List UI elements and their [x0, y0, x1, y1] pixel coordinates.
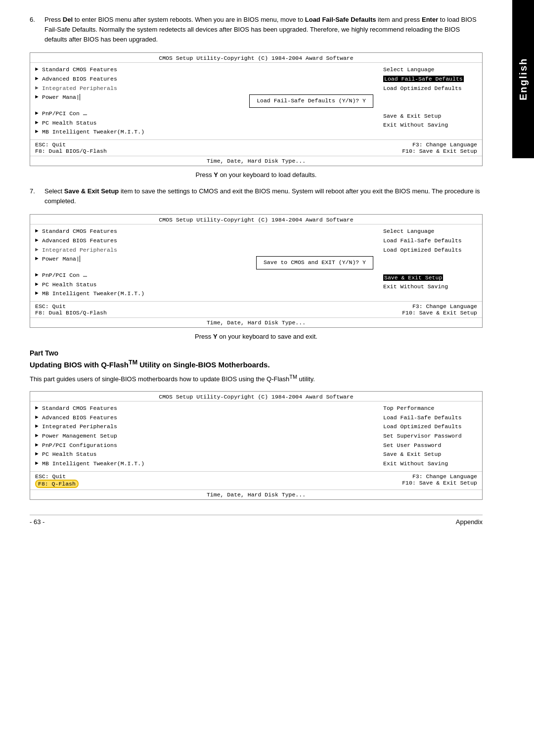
bios2-row-5: ► PnP/PCI Con — [35, 271, 373, 280]
arrow-icon: ► — [35, 432, 42, 440]
bios3-esc-quit: ESC: Quit — [35, 473, 66, 480]
arrow-icon: ► — [35, 442, 42, 449]
bios-title-2: CMOS Setup Utility-Copyright (C) 1984-20… — [30, 215, 482, 224]
bios3-row-3: ► Integrated Peripherals — [35, 423, 373, 431]
bios-esc-quit: ESC: Quit — [35, 141, 66, 148]
bios2-right-optimized: Load Optimized Defaults — [383, 246, 477, 255]
bios-right-save: Save & Exit Setup — [383, 112, 477, 121]
bios-f8: F8: Dual BIOS/Q-Flash — [35, 148, 107, 154]
bios3-row-5: ► PnP/PCI Configurations — [35, 442, 373, 450]
bios-left-panel-2: ► Standard CMOS Features ► Advanced BIOS… — [35, 227, 378, 299]
bios3-right-top: Top Performance — [383, 404, 477, 413]
bios-title-3: CMOS Setup Utility-Copyright (C) 1984-20… — [30, 392, 482, 401]
bios3-item-standard: Standard CMOS Features — [42, 404, 373, 413]
step-7-text: Select Save & Exit Setup item to save th… — [44, 186, 483, 206]
arrow-icon: ► — [35, 66, 42, 74]
bios-right-panel-2: Select Language Load Fail-Safe Defaults … — [378, 227, 477, 299]
bios-row-2: ► Advanced BIOS Features — [35, 75, 373, 84]
arrow-icon: ► — [35, 227, 42, 235]
arrow-icon: ► — [35, 93, 42, 101]
bios3-f3: F3: Change Language — [412, 473, 477, 480]
save-exit-label: Save & Exit Setup — [64, 187, 119, 195]
bios-footer-1: ESC: Quit F3: Change Language F8: Dual B… — [30, 139, 482, 156]
bios2-row-2: ► Advanced BIOS Features — [35, 237, 373, 245]
step-6: 6. Press Del to enter BIOS menu after sy… — [30, 15, 483, 44]
bios2-item-mit: MB Intelligent Tweaker(M.I.T.) — [42, 290, 373, 298]
step-6-text: Press Del to enter BIOS menu after syste… — [44, 15, 483, 44]
arrow-icon: ► — [35, 414, 42, 422]
bios-item-power: Power Mana| — [42, 93, 239, 102]
arrow-icon: ► — [35, 290, 42, 298]
bios3-row-7: ► MB Intelligent Tweaker(M.I.T.) — [35, 460, 373, 468]
bios-item-standard: Standard CMOS Features — [42, 66, 373, 74]
bios-left-panel-1: ► Standard CMOS Features ► Advanced BIOS… — [35, 66, 378, 137]
arrow-icon: ► — [35, 460, 42, 468]
bios2-right-select: Select Language — [383, 227, 477, 236]
bios-item-mit: MB Intelligent Tweaker(M.I.T.) — [42, 128, 373, 136]
bios3-right-save: Save & Exit Setup — [383, 450, 477, 459]
bios2-esc-quit: ESC: Quit — [35, 303, 66, 310]
step-7: 7. Select Save & Exit Setup item to save… — [30, 186, 483, 206]
step-7-number: 7. — [30, 186, 44, 206]
arrow-icon: ► — [35, 271, 42, 279]
bios2-row-7: ► MB Intelligent Tweaker(M.I.T.) — [35, 290, 373, 298]
bios2-right-exit: Exit Without Saving — [383, 283, 477, 291]
bios3-right-user: Set User Password — [383, 442, 477, 450]
load-failsafe-label: Load Fail-Safe Defaults — [305, 16, 376, 23]
bios2-right-save: Save & Exit Setup — [383, 274, 477, 282]
bios-popup-1: Load Fail-Safe Defaults (Y/N)? Y — [249, 94, 373, 108]
highlight-failsafe: Load Fail-Safe Defaults — [383, 76, 464, 82]
bios3-f8: F8: Q-Flash — [35, 480, 79, 488]
part-two-desc: This part guides users of single-BIOS mo… — [30, 373, 483, 384]
page-number: - 63 - — [30, 518, 44, 526]
bios-item-advanced: Advanced BIOS Features — [42, 75, 373, 84]
arrow-icon: ► — [35, 237, 42, 245]
bios-right-exit: Exit Without Saving — [383, 121, 477, 130]
bios-item-health: PC Health Status — [42, 119, 373, 128]
bios-footer-3: ESC: Quit F3: Change Language F8: Q-Flas… — [30, 471, 482, 489]
bios3-item-advanced: Advanced BIOS Features — [42, 414, 373, 422]
bios-right-empty1 — [383, 93, 477, 102]
arrow-icon: ► — [35, 255, 42, 263]
arrow-icon: ► — [35, 423, 42, 431]
bios3-item-power: Power Management Setup — [42, 432, 373, 441]
arrow-icon: ► — [35, 450, 42, 458]
bios3-item-mit: MB Intelligent Tweaker(M.I.T.) — [42, 460, 373, 468]
bios-right-panel-3: Top Performance Load Fail-Safe Defaults … — [378, 404, 477, 469]
bios2-right-empty1 — [383, 255, 477, 264]
arrow-icon: ► — [35, 128, 42, 136]
bios-right-empty2 — [383, 103, 477, 111]
bios2-f3: F3: Change Language — [412, 303, 477, 310]
step-6-number: 6. — [30, 15, 44, 44]
bios-right-panel-1: Select Language Load Fail-Safe Defaults … — [378, 66, 477, 137]
del-key: Del — [63, 16, 73, 23]
bios-footer-2: ESC: Quit F3: Change Language F8: Dual B… — [30, 301, 482, 317]
bios2-item-standard: Standard CMOS Features — [42, 227, 373, 236]
bios-popup-2: Save to CMOS and EXIT (Y/N)? Y — [256, 256, 373, 269]
bios-row-4: ► Power Mana| Load Fail-Safe Defaults (Y… — [35, 93, 373, 109]
bios-row-5: ► PnP/PCI Con — [35, 110, 373, 118]
bios-row-6: ► PC Health Status — [35, 119, 373, 128]
arrow-icon: ► — [35, 110, 42, 118]
bios-f10: F10: Save & Exit Setup — [402, 148, 477, 154]
bios3-row-1: ► Standard CMOS Features — [35, 404, 373, 413]
bios-f3: F3: Change Language — [412, 141, 477, 148]
bios2-f8: F8: Dual BIOS/Q-Flash — [35, 310, 107, 316]
f8-qflash-highlight: F8: Q-Flash — [35, 480, 79, 488]
bios2-right-empty2 — [383, 265, 477, 273]
bios-right-failsafe: Load Fail-Safe Defaults — [383, 75, 477, 84]
part-two-subheading: Updating BIOS with Q-FlashTM Utility on … — [30, 359, 483, 369]
arrow-icon: ► — [35, 85, 42, 92]
arrow-icon: ► — [35, 281, 42, 289]
english-tab: English — [512, 0, 534, 158]
bios3-item-pnp: PnP/PCI Configurations — [42, 442, 373, 450]
arrow-icon: ► — [35, 404, 42, 412]
bios-right-select: Select Language — [383, 66, 477, 74]
bios-screenshot-3: CMOS Setup Utility-Copyright (C) 1984-20… — [30, 391, 483, 500]
bios2-row-1: ► Standard CMOS Features — [35, 227, 373, 236]
bios2-item-pnp: PnP/PCI Con — [42, 271, 373, 280]
bios2-row-3: ► Integrated Peripherals — [35, 246, 373, 255]
enter-key: Enter — [422, 16, 438, 23]
bios3-item-health: PC Health Status — [42, 450, 373, 459]
highlight-save-exit: Save & Exit Setup — [383, 274, 443, 281]
